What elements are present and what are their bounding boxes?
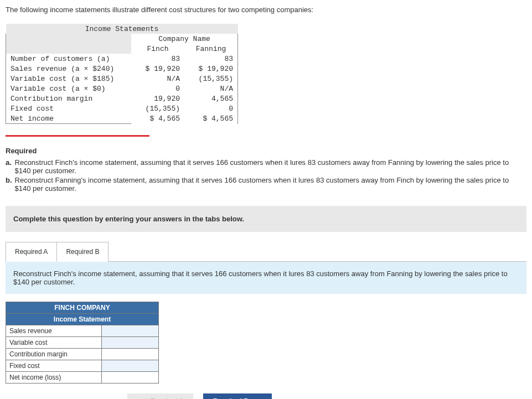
cell: $ 4,565: [184, 113, 238, 124]
cell: N/A: [131, 74, 184, 84]
answer-row-label: Contribution margin: [6, 349, 102, 360]
company-name-header: Company Name: [131, 34, 238, 44]
answer-computed: [102, 372, 159, 384]
cell: 83: [131, 54, 184, 64]
intro-text: The following income statements illustra…: [6, 6, 526, 14]
row-label: Variable cost (a × $185): [6, 74, 132, 84]
cell: N/A: [184, 84, 238, 94]
cell: 0: [131, 84, 184, 94]
answer-input[interactable]: [102, 360, 159, 372]
cell: $ 19,920: [131, 64, 184, 74]
row-label: Number of customers (a): [6, 54, 132, 64]
cell: 0: [184, 103, 238, 113]
row-label: Variable cost (a × $0): [6, 84, 132, 94]
row-label: Net income: [6, 113, 132, 124]
tab-bar: Required A Required B: [6, 242, 526, 262]
cell: 4,565: [184, 94, 238, 103]
table-caption: Income Statements: [6, 24, 238, 34]
col-fanning: Fanning: [184, 44, 238, 54]
cell: $ 19,920: [184, 64, 238, 74]
required-b-text: Reconstruct Fanning's income statement, …: [15, 176, 526, 193]
required-a-text: Reconstruct Finch's income statement, as…: [15, 158, 526, 175]
prev-button[interactable]: < Required A: [127, 393, 193, 399]
cell: (15,355): [131, 103, 184, 113]
cell: $ 4,565: [131, 113, 184, 124]
tab-panel-text: Reconstruct Finch's income statement, as…: [6, 261, 526, 294]
divider-accent: [6, 135, 149, 137]
instruction-bar: Complete this question by entering your …: [6, 206, 526, 232]
answer-row-label: Variable cost: [6, 337, 102, 349]
tab-required-a[interactable]: Required A: [6, 242, 57, 262]
required-heading: Required: [6, 147, 526, 155]
next-button[interactable]: Required B >: [203, 393, 272, 399]
answer-row-label: Fixed cost: [6, 360, 102, 372]
cell: 83: [184, 54, 238, 64]
answer-input[interactable]: [102, 337, 159, 349]
nav-buttons: < Required A Required B >: [127, 393, 526, 399]
row-label: Fixed cost: [6, 103, 132, 113]
tab-required-b[interactable]: Required B: [57, 242, 109, 262]
row-label: Contribution margin: [6, 94, 132, 103]
answer-row-label: Net income (loss): [6, 372, 102, 384]
col-finch: Finch: [131, 44, 184, 54]
cell: 19,920: [131, 94, 184, 103]
income-statements-table: Income Statements Company Name Finch Fan…: [6, 24, 238, 124]
answer-row-label: Sales revenue: [6, 325, 102, 337]
required-list: a. Reconstruct Finch's income statement,…: [6, 158, 526, 193]
answer-computed: [102, 349, 159, 360]
cell: (15,355): [184, 74, 238, 84]
row-label: Sales revenue (a × $240): [6, 64, 132, 74]
answer-title-2: Income Statement: [6, 314, 159, 325]
answer-title-1: FINCH COMPANY: [6, 302, 159, 314]
answer-input[interactable]: [102, 325, 159, 337]
answer-table: FINCH COMPANY Income Statement Sales rev…: [6, 302, 159, 384]
